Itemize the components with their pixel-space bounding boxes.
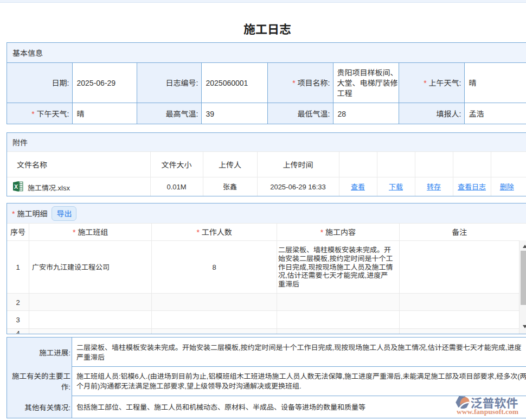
svg-text:X: X (14, 182, 18, 190)
